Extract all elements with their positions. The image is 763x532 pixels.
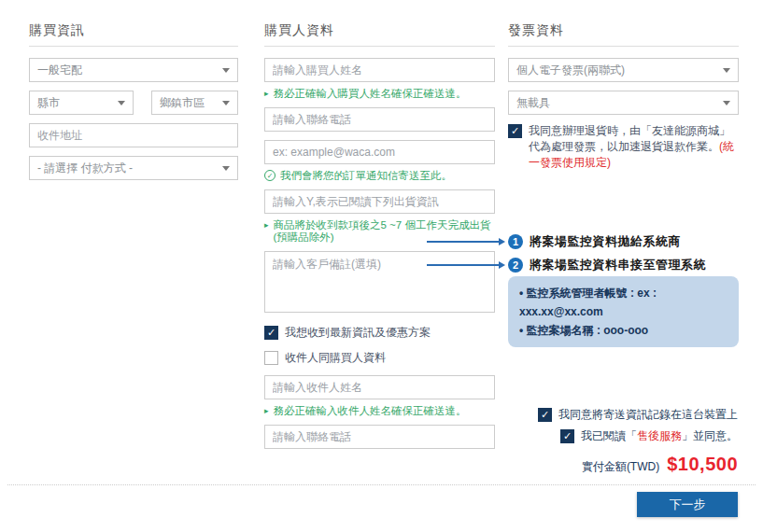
total-price-label: 實付金額(TWD) [582,459,659,475]
chevron-down-icon [118,101,125,105]
read-confirm-input[interactable] [264,189,495,214]
hint-arrow-icon [264,219,269,244]
buyer-phone-input[interactable] [264,107,495,132]
district-value: 鄉鎮市區 [160,95,205,111]
carrier-value: 無載具 [516,95,550,111]
buyer-email-input[interactable] [264,140,495,164]
city-select[interactable]: 縣市 [29,91,134,115]
city-value: 縣市 [37,95,60,111]
divider [264,46,495,47]
step-1-label: 將案場監控資料拋給系統商 [530,233,681,250]
section-buyer: 購買人資料 務必正確輸入購買人姓名確保正確送達。 我們會將您的訂單通知信寄送至此… [264,21,495,457]
annotation-arrow-1 [427,241,500,243]
terms-agree-row: 我已閱讀「售後服務」並同意。 [560,428,738,444]
step-1-number-badge: 1 [508,234,523,249]
chevron-down-icon [222,101,230,105]
chevron-down-icon [723,68,730,73]
customer-remark-textarea[interactable] [264,251,495,313]
payment-method-select[interactable]: - 請選擇 付款方式 - [29,156,238,180]
region-row: 縣市 鄉鎮市區 [29,91,238,123]
buyer-section-title: 購買人資料 [264,21,495,39]
return-agree-text: 我同意辦理退貨時，由「友達能源商城」代為處理發票，以加速退貨退款作業。(統一發票… [529,123,739,171]
delivery-method-value: 一般宅配 [37,63,82,78]
newsletter-label: 我想收到最新資訊及優惠方案 [285,325,431,341]
annotation-step-2: 2 將案場監控資料串接至管理系統 [508,257,706,273]
next-step-button[interactable]: 下一步 [637,492,738,517]
district-select[interactable]: 鄉鎮市區 [151,91,238,115]
section-invoice: 發票資料 個人電子發票(兩聯式) 無載具 我同意辦理退貨時，由「友達能源商城」代… [508,21,739,171]
annotation-arrow-2 [427,264,500,266]
info-line-account: 監控系統管理者帳號 : ex : xxx.xx@xx.com [519,284,731,321]
annotation-step-1: 1 將案場監控資料拋給系統商 [508,233,681,250]
after-sales-service-link[interactable]: 售後服務 [637,429,682,442]
divider [29,46,238,47]
terms-agree-label: 我已閱讀「售後服務」並同意。 [581,428,738,444]
delivery-method-select[interactable]: 一般宅配 [29,58,238,82]
info-line-site-name: 監控案場名稱 : ooo-ooo [519,321,731,340]
step-2-number-badge: 2 [508,258,523,273]
email-hint: 我們會將您的訂單通知信寄送至此。 [264,170,495,182]
invoice-type-select[interactable]: 個人電子發票(兩聯式) [508,58,739,82]
invoice-type-value: 個人電子發票(兩聯式) [516,63,625,78]
recipient-name-hint: 務必正確輸入收件人姓名確保正確送達。 [264,405,495,417]
terms-agree-checkbox[interactable] [560,429,574,443]
step-2-label: 將案場監控資料串接至管理系統 [530,257,706,273]
carrier-select[interactable]: 無載具 [508,91,739,115]
device-record-row: 我同意將寄送資訊記錄在這台裝置上 [538,407,738,423]
checkout-page: 購買資訊 一般宅配 縣市 鄉鎮市區 - 請選擇 付款方式 - 購買人資料 [0,0,763,532]
same-as-buyer-checkbox[interactable] [264,351,278,365]
chevron-down-icon [723,101,730,105]
recipient-phone-input[interactable] [264,425,495,449]
device-record-checkbox[interactable] [538,408,552,422]
invoice-section-title: 發票資料 [508,21,739,39]
monitoring-info-box: 監控系統管理者帳號 : ex : xxx.xx@xx.com 監控案場名稱 : … [508,276,739,347]
section-shipping: 購買資訊 一般宅配 縣市 鄉鎮市區 - 請選擇 付款方式 - [29,21,238,189]
chevron-down-icon [222,68,230,73]
return-agree-checkbox[interactable] [508,124,522,138]
device-record-label: 我同意將寄送資訊記錄在這台裝置上 [558,407,738,423]
shipping-section-title: 購買資訊 [29,21,238,39]
recipient-name-input[interactable] [264,375,495,399]
same-as-buyer-row: 收件人同購買人資料 [264,350,495,366]
total-price-row: 實付金額(TWD) $10,500 [582,454,738,475]
buyer-name-hint: 務必正確輸入購買人姓名確保正確送達。 [264,88,495,100]
newsletter-row: 我想收到最新資訊及優惠方案 [264,325,495,341]
newsletter-checkbox[interactable] [264,326,278,340]
address-input[interactable] [29,123,238,147]
return-agree-row: 我同意辦理退貨時，由「友達能源商城」代為處理發票，以加速退貨退款作業。(統一發票… [508,123,739,171]
footer-divider [7,484,756,485]
check-circle-icon [264,170,276,181]
hint-arrow-icon [264,405,269,417]
chevron-down-icon [222,166,230,171]
payment-method-value: - 請選擇 付款方式 - [37,161,133,176]
same-as-buyer-label: 收件人同購買人資料 [285,350,386,366]
total-price-value: $10,500 [667,454,738,475]
buyer-name-input[interactable] [264,58,495,82]
hint-arrow-icon [264,88,269,100]
divider [508,46,739,47]
